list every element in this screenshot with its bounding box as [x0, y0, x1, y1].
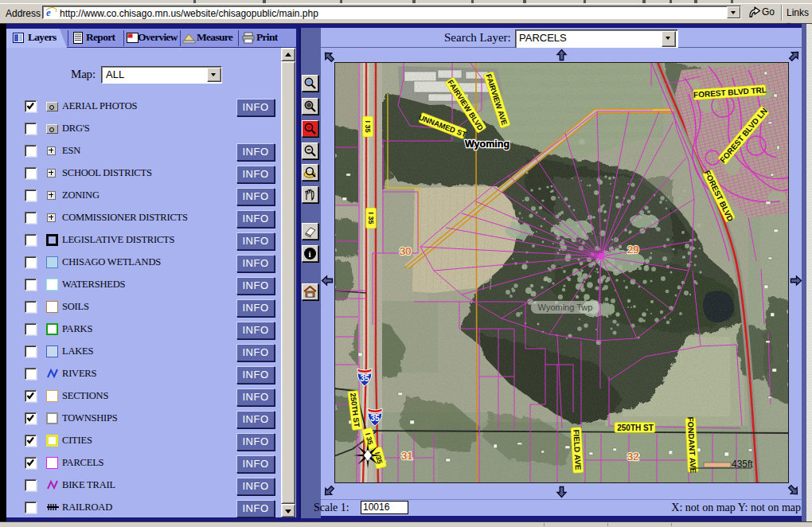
svg-text:Wyoming: Wyoming	[465, 139, 509, 150]
svg-text:35: 35	[370, 413, 380, 423]
svg-text:I 35: I 35	[364, 120, 372, 132]
svg-text:30: 30	[400, 245, 411, 257]
svg-text:Wyoming Twp: Wyoming Twp	[538, 303, 593, 312]
svg-text:35: 35	[360, 373, 369, 383]
svg-text:250TH ST: 250TH ST	[617, 424, 654, 432]
svg-text:31: 31	[401, 450, 412, 462]
svg-text:i: i	[309, 249, 311, 259]
svg-text:32: 32	[627, 451, 638, 463]
svg-text:435ft: 435ft	[732, 459, 753, 470]
svg-text:I 35: I 35	[367, 212, 375, 224]
svg-text:29: 29	[627, 244, 638, 256]
